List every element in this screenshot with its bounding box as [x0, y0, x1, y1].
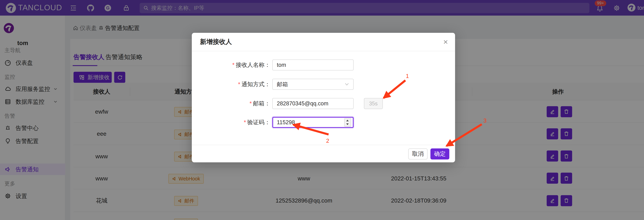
- receiver-name-input[interactable]: [272, 59, 354, 71]
- field-label-email: *邮箱：: [192, 98, 270, 109]
- stepper-up-icon[interactable]: [346, 120, 348, 121]
- field-label-type: *通知方式：: [192, 79, 270, 90]
- confirm-button[interactable]: 确定: [430, 148, 449, 159]
- notify-type-select[interactable]: 邮箱: [272, 79, 354, 90]
- send-code-countdown-button[interactable]: 35s: [364, 98, 383, 109]
- modal-close-icon[interactable]: ✕: [442, 39, 449, 46]
- modal-footer-divider: [192, 145, 455, 145]
- email-input[interactable]: [272, 98, 354, 109]
- field-label-name: *接收人名称：: [192, 59, 270, 71]
- app-window: TANCLOUD G 搜索监控：名称、IP等 99+: [0, 0, 644, 220]
- verify-code-input[interactable]: [272, 117, 354, 128]
- number-stepper[interactable]: [344, 118, 351, 127]
- select-chevron-down-icon: [345, 82, 349, 87]
- field-label-code: *验证码：: [192, 117, 270, 128]
- stepper-down-icon[interactable]: [346, 123, 348, 125]
- add-receiver-modal: 新增接收人: [192, 33, 455, 162]
- cancel-button[interactable]: 取消: [408, 148, 428, 159]
- modal-title: 新增接收人: [200, 33, 232, 51]
- modal-header-divider: [192, 51, 455, 51]
